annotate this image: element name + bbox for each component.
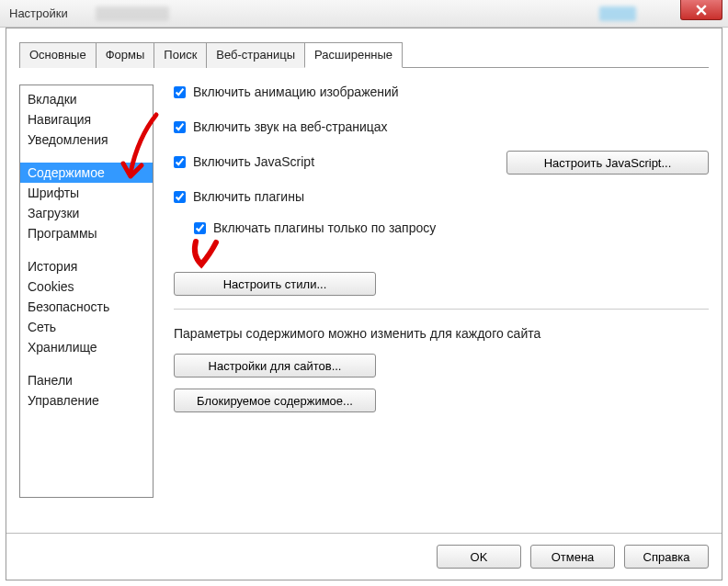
- sidebar-item-уведомления[interactable]: Уведомления: [20, 130, 153, 150]
- sidebar-item-программы[interactable]: Программы: [20, 223, 153, 243]
- blurred-indicator: [599, 6, 636, 21]
- window-title: Настройки: [9, 6, 68, 20]
- sidebar-item-навигация[interactable]: Навигация: [20, 109, 153, 130]
- close-icon: [696, 5, 707, 16]
- tab-расширенные[interactable]: Расширенные: [304, 42, 403, 68]
- sidebar-item-cookies[interactable]: Cookies: [20, 276, 153, 297]
- enable-image-animation-label: Включить анимацию изображений: [193, 85, 399, 99]
- tab-поиск[interactable]: Поиск: [154, 42, 207, 68]
- sidebar-item-сеть[interactable]: Сеть: [20, 317, 153, 337]
- settings-dialog: ОсновныеФормыПоискВеб-страницыРасширенны…: [6, 28, 722, 580]
- blurred-text: [96, 6, 169, 21]
- per-site-settings-text: Параметры содержимого можно изменить для…: [174, 326, 709, 341]
- sidebar-item-содержимое[interactable]: Содержимое: [20, 163, 153, 183]
- sidebar-item-загрузки[interactable]: Загрузки: [20, 203, 153, 223]
- enable-javascript-label: Включить JavaScript: [193, 154, 314, 169]
- tab-bar: ОсновныеФормыПоискВеб-страницыРасширенны…: [19, 41, 709, 68]
- tab-веб-страницы[interactable]: Веб-страницы: [206, 42, 305, 68]
- site-settings-button[interactable]: Настройки для сайтов...: [174, 354, 376, 378]
- javascript-settings-button[interactable]: Настроить JavaScript...: [506, 151, 709, 175]
- category-list: ВкладкиНавигацияУведомленияСодержимоеШри…: [19, 85, 154, 498]
- sidebar-item-управление[interactable]: Управление: [20, 390, 153, 411]
- enable-sound-checkbox[interactable]: [174, 121, 186, 133]
- close-button[interactable]: [680, 0, 722, 20]
- sidebar-item-хранилище[interactable]: Хранилище: [20, 337, 153, 357]
- dialog-footer: OK Отмена Справка: [6, 533, 722, 580]
- tab-формы[interactable]: Формы: [96, 42, 155, 68]
- enable-plugins-checkbox[interactable]: [174, 191, 186, 203]
- sidebar-item-история[interactable]: История: [20, 256, 153, 276]
- tab-основные[interactable]: Основные: [19, 42, 97, 68]
- configure-styles-button[interactable]: Настроить стили...: [174, 272, 376, 296]
- titlebar: Настройки: [0, 0, 728, 28]
- sidebar-divider: [20, 150, 153, 163]
- sidebar-divider: [20, 357, 153, 370]
- ok-button[interactable]: OK: [437, 545, 521, 569]
- sidebar-divider: [20, 243, 153, 256]
- sidebar-item-шрифты[interactable]: Шрифты: [20, 183, 153, 203]
- plugins-on-demand-label: Включать плагины только по запросу: [213, 220, 436, 235]
- divider: [174, 309, 709, 310]
- enable-sound-label: Включить звук на веб-страницах: [193, 119, 388, 134]
- plugins-on-demand-checkbox[interactable]: [194, 222, 206, 234]
- enable-javascript-checkbox[interactable]: [174, 156, 186, 168]
- help-button[interactable]: Справка: [624, 545, 709, 569]
- cancel-button[interactable]: Отмена: [530, 545, 615, 569]
- blocked-content-button[interactable]: Блокируемое содержимое...: [174, 389, 376, 412]
- content-pane: Включить анимацию изображений Включить з…: [174, 85, 709, 533]
- enable-plugins-label: Включить плагины: [193, 189, 304, 204]
- sidebar-item-панели[interactable]: Панели: [20, 370, 153, 390]
- enable-image-animation-checkbox[interactable]: [174, 86, 186, 98]
- sidebar-item-вкладки[interactable]: Вкладки: [20, 89, 153, 109]
- sidebar-item-безопасность[interactable]: Безопасность: [20, 297, 153, 317]
